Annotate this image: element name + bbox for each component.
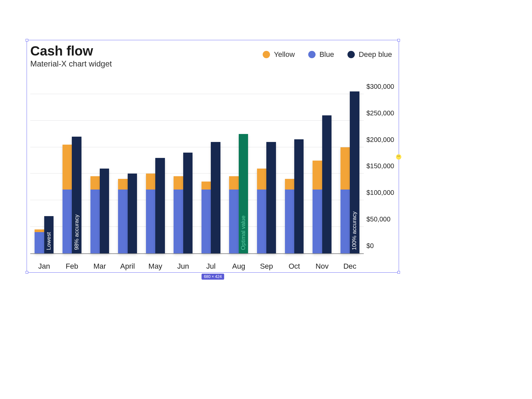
legend-label: Deep blue [359, 50, 392, 59]
x-axis-label: Nov [316, 262, 329, 271]
bar-yellow-blue [63, 145, 72, 253]
bar-yellow-blue [257, 169, 266, 254]
x-axis-label: Dec [343, 262, 356, 271]
gridline: $250,000 [30, 120, 364, 121]
bar-yellow-blue [174, 176, 183, 253]
gridline: $300,000 [30, 94, 364, 94]
bar-yellow-blue [146, 174, 155, 253]
bar-yellow-blue [285, 179, 294, 253]
legend-dot-icon [347, 51, 355, 58]
bar-yellow-blue [201, 182, 211, 253]
bar-blue-segment [285, 190, 294, 253]
selection-handle-tl[interactable] [26, 39, 28, 42]
bar-blue-segment [313, 190, 322, 253]
x-axis-label: May [148, 262, 162, 271]
bar-blue-segment [90, 190, 100, 253]
chart-widget-frame[interactable]: 680 × 424 Cash flow Material-X chart wid… [27, 40, 399, 273]
bar-deep-blue [128, 174, 137, 253]
bar-deep-blue: Optimal value [239, 134, 248, 253]
legend-label: Yellow [274, 50, 295, 59]
legend-label: Blue [320, 50, 334, 59]
bar-blue-segment [35, 232, 44, 253]
bar-blue-segment [174, 190, 183, 253]
bar-deep-blue [155, 158, 165, 253]
bar-blue-segment [229, 190, 238, 253]
bar-deep-blue [294, 139, 304, 253]
x-axis-label: Jul [206, 262, 215, 271]
selection-handle-tr[interactable] [397, 39, 400, 42]
bar-blue-segment [201, 190, 211, 253]
x-axis-label: Jan [38, 262, 50, 271]
y-axis-label: $250,000 [366, 109, 394, 117]
y-axis-label: $150,000 [366, 162, 394, 170]
y-axis-label: $0 [366, 242, 374, 250]
y-axis-label: $200,000 [366, 136, 394, 143]
bar-deep-blue [183, 153, 193, 253]
selection-size-badge: 680 × 424 [201, 274, 224, 280]
bar-blue-segment [340, 190, 350, 253]
chart-header: Cash flow Material-X chart widget [30, 44, 112, 68]
legend-dot-icon [308, 51, 316, 58]
bar-deep-blue: 100% accuracy [350, 91, 359, 253]
y-axis-label: $300,000 [366, 82, 394, 90]
x-axis-label: Mar [93, 262, 106, 271]
chart-legend: Yellow Blue Deep blue [263, 50, 392, 59]
chart-title: Cash flow [30, 44, 112, 59]
x-axis-label: Jun [177, 262, 189, 271]
bar-deep-blue [211, 142, 220, 253]
bar-deep-blue: 98% accuracy [72, 137, 81, 253]
bar-annotation: Optimal value [240, 215, 247, 250]
resize-handle-right[interactable] [396, 154, 401, 160]
bar-blue-segment [146, 190, 155, 253]
bar-deep-blue [266, 142, 276, 253]
x-axis-label: Feb [66, 262, 78, 271]
bar-yellow-blue [340, 147, 350, 253]
legend-dot-icon [263, 51, 270, 58]
legend-item-yellow: Yellow [263, 50, 295, 59]
bar-blue-segment [257, 190, 266, 253]
bar-yellow-blue [35, 229, 44, 253]
bar-blue-segment [63, 190, 72, 253]
bar-deep-blue: Lowest [44, 216, 54, 253]
bar-blue-segment [118, 190, 127, 253]
bar-deep-blue [100, 169, 109, 254]
bar-yellow-blue [313, 161, 322, 253]
x-axis-label: Sep [260, 262, 273, 271]
selection-handle-br[interactable] [397, 271, 400, 274]
chart-subtitle: Material-X chart widget [30, 59, 112, 68]
legend-item-blue: Blue [308, 50, 334, 59]
bar-deep-blue [322, 115, 332, 253]
bar-yellow-blue [118, 179, 127, 253]
y-axis-label: $50,000 [366, 215, 390, 223]
bar-annotation: 100% accuracy [351, 211, 358, 250]
chart-plot-area: $0$50,000$100,000$150,000$200,000$250,00… [30, 83, 364, 254]
selection-handle-bl[interactable] [26, 271, 28, 274]
x-axis-label: April [120, 262, 135, 271]
x-axis-label: Oct [289, 262, 300, 271]
legend-item-deep-blue: Deep blue [347, 50, 392, 59]
bar-annotation: 98% accuracy [73, 214, 80, 250]
bar-annotation: Lowest [46, 232, 52, 250]
y-axis-label: $100,000 [366, 189, 394, 197]
x-axis-label: Aug [232, 262, 245, 271]
bar-yellow-blue [229, 176, 238, 253]
chart-x-axis: JanFebMarAprilMayJunJulAugSepOctNovDec [30, 257, 364, 271]
bar-yellow-blue [90, 176, 100, 253]
